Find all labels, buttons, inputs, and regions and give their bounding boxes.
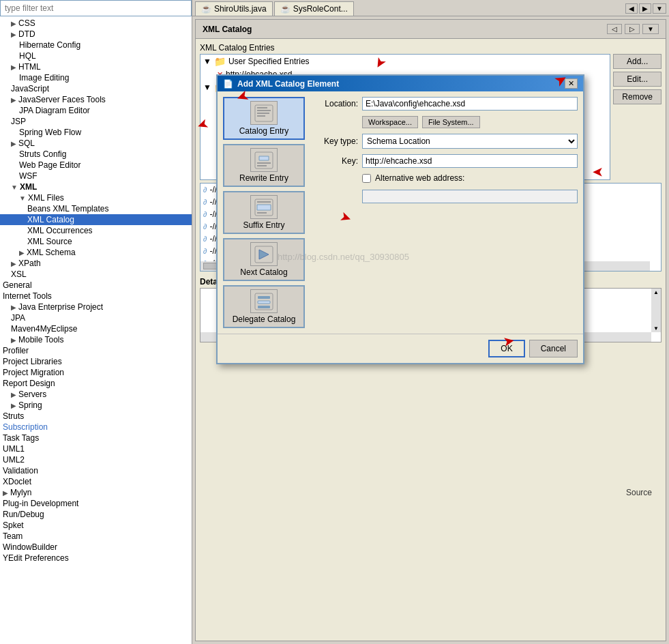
sidebar-item-web-page-editor[interactable]: Web Page Editor <box>0 160 192 171</box>
sidebar-item-jpa[interactable]: JPA <box>0 312 192 323</box>
sidebar-item-xml-files[interactable]: ▼XML Files <box>0 192 192 203</box>
sidebar-item-project-migration[interactable]: Project Migration <box>0 367 192 378</box>
sidebar-item-internet-tools[interactable]: Internet Tools <box>0 291 192 302</box>
sidebar-item-xml-occurrences[interactable]: XML Occurrences <box>0 225 192 236</box>
sidebar-item-plugin-dev[interactable]: Plug-in Development <box>0 498 192 509</box>
sidebar-item-xml-catalog[interactable]: XML Catalog <box>0 214 192 225</box>
delegate-catalog-button[interactable]: Delegate Catalog <box>223 285 305 328</box>
svg-rect-2 <box>257 110 271 111</box>
next-catalog-button[interactable]: Next Catalog <box>223 238 305 281</box>
expand-icon: ▶ <box>11 402 16 409</box>
sidebar-item-validation[interactable]: Validation <box>0 465 192 476</box>
edit-button[interactable]: Edit... <box>613 72 661 87</box>
delegate-catalog-icon <box>250 289 278 313</box>
sidebar-item-maven4myeclipse[interactable]: Maven4MyEclipse <box>0 323 192 334</box>
filter-input[interactable] <box>0 0 192 16</box>
sidebar-item-uml2[interactable]: UML2 <box>0 454 192 465</box>
nav-buttons: ◀ ▶ ▼ <box>625 1 666 16</box>
rewrite-entry-button[interactable]: Rewrite Entry <box>223 144 305 187</box>
sidebar-item-css[interactable]: ▶CSS <box>0 18 192 29</box>
sidebar-item-yedit[interactable]: YEdit Preferences <box>0 553 192 564</box>
dialog-close-button[interactable]: ✕ <box>565 78 578 89</box>
user-specified-entry[interactable]: ▼ 📁 User Specified Entries <box>200 55 610 68</box>
file-system-button[interactable]: File System... <box>422 116 480 128</box>
tab-shiro-utils[interactable]: ☕ ShiroUtils.java <box>195 1 273 16</box>
tab-spacer <box>355 1 624 16</box>
remove-button[interactable]: Remove <box>613 89 661 104</box>
catalog-entry-button[interactable]: Catalog Entry <box>223 97 305 140</box>
cancel-button[interactable]: Cancel <box>529 340 578 357</box>
sidebar-item-image-editing[interactable]: Image Editing <box>0 72 192 83</box>
svg-rect-9 <box>257 201 271 203</box>
key-type-select[interactable]: Schema Location <box>362 134 578 149</box>
location-row: Location: <box>310 97 578 111</box>
sidebar-item-xsl[interactable]: XSL <box>0 269 192 280</box>
sidebar-item-jpa-diagram[interactable]: JPA Diagram Editor <box>0 105 192 116</box>
sidebar-item-report-design[interactable]: Report Design <box>0 378 192 389</box>
sidebar-item-sql[interactable]: ▶SQL <box>0 138 192 149</box>
menu-btn[interactable]: ▼ <box>642 24 659 34</box>
alt-web-checkbox[interactable] <box>362 174 371 183</box>
sidebar-item-xml-source[interactable]: XML Source <box>0 236 192 247</box>
details-scrollbar[interactable]: ▲ ▼ <box>651 289 661 332</box>
sidebar-item-html[interactable]: ▶HTML <box>0 61 192 72</box>
location-input[interactable] <box>362 97 578 111</box>
dtd-icon: ∂ <box>203 198 207 206</box>
sidebar-item-javaserver-faces[interactable]: ▶JavaServer Faces Tools <box>0 94 192 105</box>
sidebar-item-mobile-tools[interactable]: ▶Mobile Tools <box>0 334 192 345</box>
sidebar-item-spring[interactable]: ▶Spring <box>0 400 192 411</box>
tab-label: ShiroUtils.java <box>214 4 267 14</box>
sidebar-item-xpath[interactable]: ▶XPath <box>0 258 192 269</box>
sidebar-item-hql[interactable]: HQL <box>0 50 192 61</box>
expand-icon: ▶ <box>19 249 25 257</box>
sidebar-item-spring-web-flow[interactable]: Spring Web Flow <box>0 127 192 138</box>
expand-icon: ▶ <box>11 260 16 267</box>
sidebar-item-struts[interactable]: Struts <box>0 411 192 422</box>
sidebar-item-struts-config[interactable]: Struts Config <box>0 149 192 160</box>
location-buttons-row: Workspace... File System... <box>310 116 578 128</box>
svg-rect-3 <box>257 113 269 114</box>
forward-btn[interactable]: ▷ <box>625 24 640 34</box>
sidebar-item-wsf[interactable]: WSF <box>0 171 192 181</box>
sidebar-item-java-enterprise[interactable]: ▶Java Enterprise Project <box>0 302 192 312</box>
sidebar-item-hibernate-config[interactable]: Hibernate Config <box>0 40 192 50</box>
sidebar-item-xdoclet[interactable]: XDoclet <box>0 476 192 487</box>
nav-dropdown-button[interactable]: ▼ <box>653 3 666 14</box>
tab-sysrole[interactable]: ☕ SysRoleCont... <box>274 1 354 16</box>
sidebar-item-jsp[interactable]: JSP <box>0 116 192 127</box>
sidebar-item-team[interactable]: Team <box>0 531 192 542</box>
nav-forward-button[interactable]: ▶ <box>639 3 651 14</box>
sidebar-item-task-tags[interactable]: Task Tags <box>0 433 192 443</box>
sidebar-item-xml[interactable]: ▼XML <box>0 181 192 192</box>
sidebar-item-general[interactable]: General <box>0 280 192 291</box>
alt-web-input[interactable] <box>362 190 578 203</box>
svg-rect-6 <box>257 162 271 164</box>
key-input[interactable] <box>362 154 578 168</box>
back-btn[interactable]: ◁ <box>607 24 622 34</box>
sidebar-item-dtd[interactable]: ▶DTD <box>0 29 192 40</box>
nav-back-button[interactable]: ◀ <box>625 3 638 14</box>
workspace-button[interactable]: Workspace... <box>362 116 418 128</box>
scroll-up-icon[interactable]: ▲ <box>653 289 659 295</box>
scroll-down-icon[interactable]: ▼ <box>653 325 659 332</box>
sidebar-item-window-builder[interactable]: WindowBuilder <box>0 542 192 553</box>
expand-icon: ▶ <box>11 31 16 38</box>
sidebar-item-beans-xml[interactable]: Beans XML Templates <box>0 203 192 214</box>
expand-icon: ▶ <box>11 336 16 344</box>
sidebar-item-run-debug[interactable]: Run/Debug <box>0 509 192 520</box>
add-button[interactable]: Add... <box>613 54 661 69</box>
sidebar-item-project-libraries[interactable]: Project Libraries <box>0 356 192 367</box>
main-content-area: ☕ ShiroUtils.java ☕ SysRoleCont... ◀ ▶ ▼… <box>192 0 669 644</box>
sidebar-item-mylyn[interactable]: ▶Mylyn <box>0 487 192 498</box>
sidebar-item-javascript[interactable]: JavaScript <box>0 83 192 94</box>
sidebar-item-spket[interactable]: Spket <box>0 520 192 531</box>
ok-button[interactable]: OK <box>488 340 524 357</box>
java-file-icon: ☕ <box>201 4 211 14</box>
sidebar-item-xml-schema[interactable]: ▶XML Schema <box>0 247 192 258</box>
dialog-icon: 📄 <box>223 79 233 89</box>
sidebar-item-profiler[interactable]: Profiler <box>0 345 192 356</box>
sidebar-item-subscription[interactable]: Subscription <box>0 422 192 433</box>
suffix-entry-button[interactable]: Suffix Entry <box>223 191 305 234</box>
sidebar-item-servers[interactable]: ▶Servers <box>0 389 192 400</box>
sidebar-item-uml1[interactable]: UML1 <box>0 443 192 454</box>
